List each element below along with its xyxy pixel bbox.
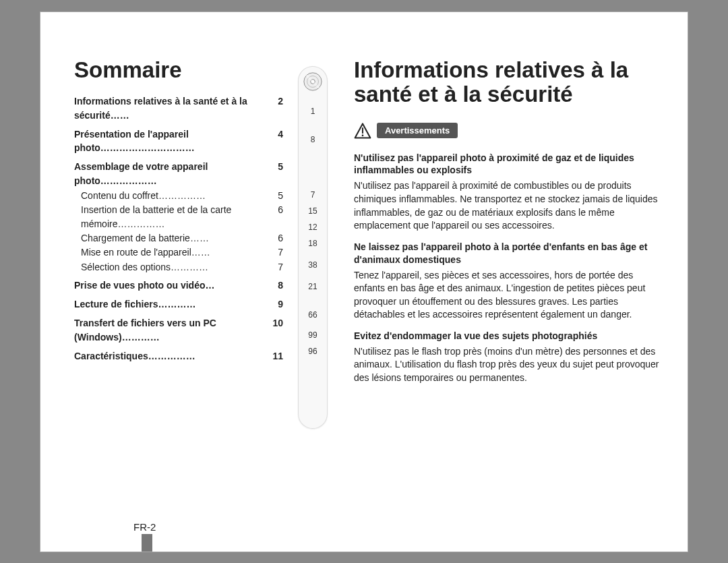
safety-section-heading: Ne laissez pas l'appareil photo à la por… xyxy=(354,241,661,266)
warning-triangle-icon xyxy=(354,122,371,140)
warning-label: Avertissements xyxy=(377,123,458,138)
manual-page: Sommaire Informations relatives à la san… xyxy=(40,12,688,552)
cd-page-number: 99 xyxy=(298,331,328,339)
toc-entry: Mise en route de l'appareil……7 xyxy=(74,245,283,259)
toc-entry-label: Prise de vues photo ou vidéo… xyxy=(74,278,268,292)
toc-entry-label: Assemblage de votre appareil photo……………… xyxy=(74,160,268,187)
cd-page-numbers: 1871512183821669996 xyxy=(298,107,328,355)
toc-entry-label: Sélection des options………… xyxy=(81,260,268,274)
cd-icon xyxy=(303,71,323,92)
toc-entry-page: 5 xyxy=(268,160,283,187)
toc-entry-page: 8 xyxy=(268,278,283,292)
toc-entry-label: Chargement de la batterie…… xyxy=(81,231,268,245)
warning-banner: Avertissements xyxy=(354,122,661,140)
toc-column: Sommaire Informations relatives à la san… xyxy=(74,58,283,390)
toc-entry: Transfert de fichiers vers un PC (Window… xyxy=(74,316,283,344)
page-footer-tab xyxy=(142,534,152,552)
toc-entry-label: Lecture de fichiers………… xyxy=(74,297,268,311)
toc-entry: Informations relatives à la santé et à l… xyxy=(74,94,283,122)
toc-entry-page: 6 xyxy=(268,231,283,245)
toc-entry-label: Caractéristiques…………… xyxy=(74,349,268,363)
toc-entry-label: Transfert de fichiers vers un PC (Window… xyxy=(74,316,268,344)
safety-section-heading: N'utilisez pas l'appareil photo à proxim… xyxy=(354,152,661,177)
table-of-contents: Informations relatives à la santé et à l… xyxy=(74,94,283,363)
safety-section-body: N'utilisez pas l'appareil à proximité de… xyxy=(354,179,661,232)
safety-section-heading: Evitez d'endommager la vue des sujets ph… xyxy=(354,330,661,343)
svg-point-5 xyxy=(362,134,364,136)
toc-entry: Contenu du coffret……………5 xyxy=(74,189,283,202)
toc-entry-label: Informations relatives à la santé et à l… xyxy=(74,94,268,122)
toc-entry-page: 5 xyxy=(268,189,283,202)
cd-page-number: 1 xyxy=(298,107,328,115)
toc-entry-page: 4 xyxy=(268,127,283,155)
cd-page-number: 18 xyxy=(298,239,328,247)
toc-entry-label: Insertion de la batterie et de la carte … xyxy=(81,203,268,231)
cd-page-number: 21 xyxy=(298,283,328,291)
cd-page-number: 7 xyxy=(298,191,328,199)
toc-entry-page: 10 xyxy=(268,316,283,344)
cd-page-number: 15 xyxy=(298,207,328,215)
toc-entry-page: 7 xyxy=(268,245,283,259)
toc-entry: Assemblage de votre appareil photo………………… xyxy=(74,160,283,187)
cd-page-number: 66 xyxy=(298,311,328,319)
toc-entry: Lecture de fichiers…………9 xyxy=(74,297,283,311)
toc-entry-page: 2 xyxy=(268,94,283,122)
toc-entry-label: Contenu du coffret…………… xyxy=(81,189,268,202)
toc-entry: Sélection des options…………7 xyxy=(74,260,283,274)
cd-page-number: 12 xyxy=(298,223,328,231)
page-footer: FR-2 xyxy=(133,521,156,533)
safety-section-body: N'utilisez pas le flash trop près (moins… xyxy=(354,345,661,385)
toc-entry-label: Mise en route de l'appareil…… xyxy=(81,245,268,259)
safety-section-body: Tenez l'appareil, ses pièces et ses acce… xyxy=(354,269,661,322)
cd-page-number: 38 xyxy=(298,261,328,269)
toc-entry-page: 11 xyxy=(268,349,283,363)
cd-page-number: 96 xyxy=(298,347,328,355)
cd-page-number: 8 xyxy=(298,136,328,144)
safety-heading: Informations relatives à la santé et à l… xyxy=(354,58,661,107)
toc-entry: Présentation de l'appareil photo……………………… xyxy=(74,127,283,155)
toc-entry: Prise de vues photo ou vidéo…8 xyxy=(74,278,283,292)
page-content: Sommaire Informations relatives à la san… xyxy=(40,12,688,390)
cd-reference-column: 1871512183821669996 xyxy=(283,58,340,390)
toc-entry-page: 7 xyxy=(268,260,283,274)
toc-entry: Insertion de la batterie et de la carte … xyxy=(74,203,283,231)
cd-reference-pill: 1871512183821669996 xyxy=(298,66,328,429)
toc-entry: Chargement de la batterie……6 xyxy=(74,231,283,245)
safety-sections: N'utilisez pas l'appareil photo à proxim… xyxy=(354,152,661,385)
toc-entry-page: 9 xyxy=(268,297,283,311)
toc-entry: Caractéristiques……………11 xyxy=(74,349,283,363)
safety-column: Informations relatives à la santé et à l… xyxy=(340,58,661,390)
toc-entry-label: Présentation de l'appareil photo……………………… xyxy=(74,127,268,155)
toc-entry-page: 6 xyxy=(268,203,283,231)
toc-heading: Sommaire xyxy=(74,58,283,82)
